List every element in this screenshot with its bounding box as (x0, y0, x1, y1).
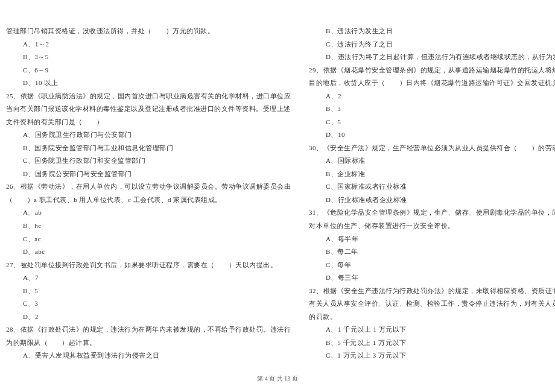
text-line: D、国务院公安部门与安全监管部门 (6, 167, 291, 180)
text-line: D、abc (6, 245, 291, 258)
text-line: 管理部门吊销其资格证，没收违法所得，并处（ ）万元的罚款。 (6, 24, 291, 37)
text-line: C、ac (6, 232, 291, 245)
text-line: A、ab (6, 206, 291, 219)
text-line: C、1 万元以上 3 万元以下 (309, 349, 555, 362)
text-line: D、行业标准或者企业标准 (309, 193, 555, 206)
page-footer: 第 4 页 共 13 页 (0, 375, 555, 383)
text-line: 25、依据《职业病防治法》的规定，国内首次进口与职业病危害有关的化学材料，进口单… (6, 89, 291, 103)
text-line: 31、《危险化学品安全管理条例》规定，生产、储存、使用剧毒化学品的单位，应当（ … (309, 206, 555, 219)
text-line: B、hc (6, 219, 291, 232)
text-line: 27、被处罚单位接到行政处罚文书后，如果要求听证程序，需要在（ ）天以内提出。 (6, 258, 291, 271)
right-column: B、违法行为发生之日C、违法行为终了之日D、违法行为终了之日起计算，但违法行为有… (309, 24, 555, 362)
text-line: 文件资料的有关部门是（ ） (6, 115, 291, 128)
text-line: A、每半年 (309, 232, 555, 245)
text-line: 30、《安全生产法》规定，生产经营单位必须为从业人员提供符合（ ）的劳动防护用品… (309, 141, 555, 154)
text-line: D、2 (6, 310, 291, 323)
text-line: A、7 (6, 271, 291, 284)
text-line: B、3 (309, 102, 555, 115)
text-line: B、5 (6, 284, 291, 297)
text-line: B、3～5 (6, 50, 291, 63)
text-line: A、国际标准 (309, 154, 555, 167)
text-line: D、每三年 (309, 271, 555, 284)
text-line: A、1～2 (6, 37, 291, 51)
text-line: A、2 (309, 89, 555, 103)
text-line: 26、根据《劳动法》，在用人单位内，可以设立劳动争议调解委员会。劳动争议调解委员… (6, 180, 291, 193)
text-line: 目的地后，收货人应于（ ）日内将《烟花爆竹道路运输许可证》交回发证机关核销。 (309, 76, 555, 89)
text-line: （ ）a 职工代表、b 用人单位代表、c 工会代表、d 家属代表组成。 (6, 193, 291, 206)
text-line: B、国务院安全监管部门与工业和信息化管理部门 (6, 141, 291, 154)
text-line: C、每年 (309, 258, 555, 271)
text-line: 28、依据《行政处罚法》的规定，违法行为在两年内未被发现的，不再给予行政处罚。违… (6, 323, 291, 336)
text-line: C、国家标准或者行业标准 (309, 180, 555, 193)
text-line: C、6～9 (6, 63, 291, 77)
text-line: D、10 以上 (6, 76, 291, 89)
text-line: C、违法行为终了之日 (309, 37, 555, 51)
text-line: 为的期限从（ ）起计算。 (6, 336, 291, 349)
text-line: B、5 千元以上 1 万元以下 (309, 336, 555, 349)
text-line: 29、依据《烟花爆竹安全管理条例》的规定，从事道路运输烟花爆竹的托运人将烟花爆竹… (309, 63, 555, 77)
text-line: A、受害人发现其权益受到违法行为侵害之日 (6, 349, 291, 362)
text-line: A、1 千元以上 1 万元以下 (309, 323, 555, 336)
text-line: C、3 (6, 297, 291, 310)
text-line: B、违法行为发生之日 (309, 24, 555, 37)
left-column: 管理部门吊销其资格证，没收违法所得，并处（ ）万元的罚款。A、1～2B、3～5C… (6, 24, 291, 362)
text-line: D、违法行为终了之日起计算，但违法行为有连续或者继续状态的，从行为发生之日 (309, 50, 555, 63)
text-line: 有关人员从事安全评价、认证、检测、检验工作，责令停止违法行为，对有关人员处（ ） (309, 297, 555, 310)
text-line: C、国务院卫生行政部门和安全监管部门 (6, 154, 291, 167)
text-line: B、每二年 (309, 245, 555, 258)
text-line: B、企业标准 (309, 167, 555, 180)
text-line: 当向有关部门报送该化学材料的毒性鉴定以及登记注册或者批准进口的文件等资料。受理上… (6, 102, 291, 115)
document-columns: 管理部门吊销其资格证，没收违法所得，并处（ ）万元的罚款。A、1～2B、3～5C… (6, 24, 549, 362)
text-line: A、国务院卫生行政部门与公安部门 (6, 128, 291, 141)
text-line: 32、根据《安全生产违法行为行政处罚办法》的规定，未取得相应资格、资质证书的机构… (309, 284, 555, 297)
text-line: 的罚款。 (309, 310, 555, 323)
text-line: D、10 (309, 128, 555, 141)
text-line: 对本单位的生产、储存装置进行一次安全评价。 (309, 219, 555, 232)
text-line: C、5 (309, 115, 555, 128)
